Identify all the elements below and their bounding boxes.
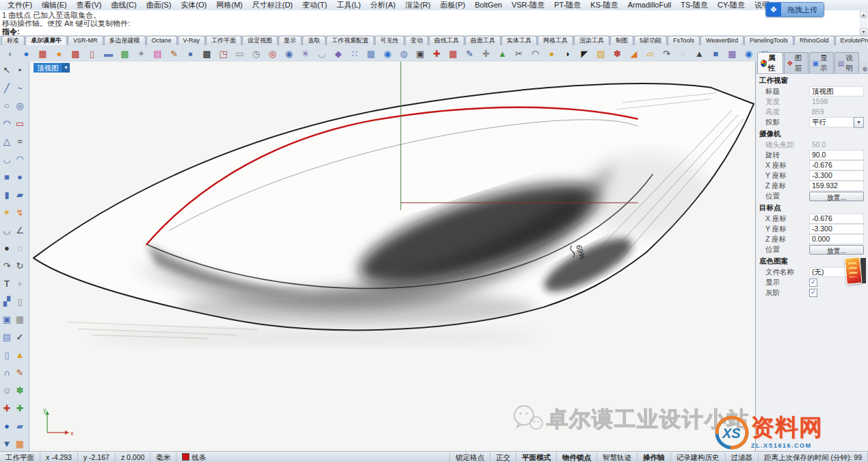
- menu-item[interactable]: 渲染(R): [400, 0, 435, 10]
- toolbar-tab[interactable]: 网格工具: [538, 36, 573, 45]
- display-mode-icon[interactable]: ◖: [2, 46, 18, 62]
- rectangle-icon[interactable]: ▭: [14, 118, 26, 129]
- checker-icon[interactable]: ▩: [68, 46, 83, 62]
- gem-icon[interactable]: ◆: [330, 46, 346, 62]
- toolbar-tab[interactable]: 显示: [278, 36, 302, 45]
- property-value[interactable]: 平行: [809, 117, 854, 127]
- parallelogram-icon[interactable]: ▱: [642, 46, 658, 62]
- cylinder-icon[interactable]: ▮: [1, 189, 13, 201]
- toolbar-tab[interactable]: 多边形建模: [104, 36, 146, 45]
- menu-item[interactable]: 分析(A): [366, 0, 401, 10]
- explode-icon[interactable]: ✶: [1, 207, 13, 218]
- menu-item[interactable]: 面板(P): [435, 0, 470, 10]
- toolbar-tab[interactable]: Octane: [146, 36, 177, 45]
- mannequin-icon[interactable]: ✦: [133, 46, 149, 62]
- hatch-icon[interactable]: ▨: [593, 46, 609, 62]
- menu-item[interactable]: BoltGen: [470, 0, 507, 10]
- green-flag-icon[interactable]: ▲: [495, 46, 510, 62]
- freeform-curve-icon[interactable]: ≈: [14, 136, 26, 147]
- property-value[interactable]: -0.676: [809, 160, 864, 170]
- property-value[interactable]: -3.300: [809, 224, 864, 234]
- globe-icon[interactable]: ●: [1, 420, 13, 432]
- toolbar-tab[interactable]: 选取: [302, 36, 326, 45]
- rotate-icon[interactable]: ↷: [1, 260, 13, 272]
- toolbar-tab[interactable]: RhinoGold: [794, 36, 834, 45]
- robot-icon[interactable]: ☺: [1, 385, 13, 396]
- command-scrollbar[interactable]: ▲ ▼: [860, 11, 867, 35]
- status-cell[interactable]: 智慧轨迹: [597, 452, 637, 462]
- panel-tab-显示[interactable]: ▣显示: [809, 52, 834, 73]
- blue-ring-icon[interactable]: ◉: [741, 46, 757, 62]
- polygon-icon[interactable]: △: [1, 136, 13, 147]
- viewport-title-label[interactable]: 顶视图: [34, 63, 62, 73]
- property-value[interactable]: -3.300: [809, 170, 864, 181]
- corner-icon[interactable]: ◤: [577, 46, 592, 62]
- toolbar-tab[interactable]: V-Ray: [178, 36, 206, 45]
- toolbar-tab[interactable]: 工作平面: [206, 36, 241, 45]
- arc-tool-icon[interactable]: ◠: [527, 46, 543, 62]
- status-cell[interactable]: 工作平面: [0, 452, 40, 462]
- status-cell[interactable]: 操作轴: [637, 452, 671, 462]
- toolbar-tab[interactable]: 曲线工具: [429, 36, 464, 45]
- notebook-icon[interactable]: ▯: [1, 349, 13, 361]
- clock-icon[interactable]: ◷: [248, 46, 264, 62]
- environment-icon[interactable]: ▩: [117, 46, 133, 62]
- points-grid-icon[interactable]: ∷: [347, 46, 363, 62]
- scroll-down-icon[interactable]: ▼: [860, 28, 867, 35]
- sphere-icon[interactable]: ●: [14, 171, 26, 183]
- scroll-up-icon[interactable]: ▲: [860, 11, 867, 18]
- render-globe-icon[interactable]: ●: [18, 46, 34, 62]
- magnet-icon[interactable]: ∩: [1, 367, 13, 378]
- panel-tab-图层[interactable]: ❖图层: [784, 52, 808, 73]
- panel-tab-属性[interactable]: 属性: [757, 52, 783, 73]
- menu-item[interactable]: 曲线(C): [106, 0, 141, 10]
- toolbar-tab[interactable]: 可见性: [375, 36, 404, 45]
- offset-icon[interactable]: ◌: [14, 242, 26, 254]
- viewport-title[interactable]: 顶视图 ▾: [34, 63, 70, 73]
- menu-item[interactable]: VSR-随意: [507, 0, 549, 10]
- extrude-icon[interactable]: ▰: [14, 189, 26, 201]
- gold-ball-icon[interactable]: ●: [544, 46, 560, 62]
- toolbar-tab[interactable]: 设定视图: [242, 36, 278, 45]
- text-icon[interactable]: T: [1, 278, 13, 290]
- menu-item[interactable]: 查看(V): [72, 0, 107, 10]
- layers-stack-icon[interactable]: ▤: [1, 331, 13, 343]
- panel-tab-说明[interactable]: ▤说明: [834, 52, 859, 73]
- toolbar-tab[interactable]: FsTools: [668, 36, 700, 45]
- pattern-icon[interactable]: ▦: [14, 438, 26, 450]
- swirl-icon[interactable]: ◉: [380, 46, 395, 62]
- command-area[interactable]: 1 曲线点 已加入至选取集合。 移动操作轴。使按 Alt 键可以复制物件: 指令…: [0, 10, 868, 37]
- fillet-icon[interactable]: ◡: [1, 224, 13, 236]
- toolbar-tab[interactable]: 标准: [1, 36, 25, 45]
- place-button[interactable]: 放置...: [809, 192, 864, 201]
- control-curve-icon[interactable]: ~: [14, 82, 26, 94]
- solid-tools-icon[interactable]: ▣: [1, 313, 13, 325]
- render-frame-icon[interactable]: ▦: [35, 46, 51, 62]
- red-cross-icon[interactable]: ✚: [429, 46, 445, 62]
- texture-grid-icon[interactable]: ▩: [199, 46, 215, 62]
- menu-item[interactable]: CY-随意: [713, 0, 750, 10]
- sketch-pen-icon[interactable]: ✎: [166, 46, 182, 62]
- toolbar-tab[interactable]: 曲面工具: [465, 36, 501, 45]
- pinwheel-icon[interactable]: ✳: [298, 46, 313, 62]
- dark-peak-icon[interactable]: ▲: [692, 46, 707, 62]
- menu-item[interactable]: KS-随意: [586, 0, 622, 10]
- checkbox[interactable]: ✓: [809, 279, 817, 287]
- property-value[interactable]: -0.676: [809, 214, 864, 224]
- mesh-grid-icon[interactable]: ▦: [363, 46, 379, 62]
- toolbar-tab[interactable]: 卓尔谟犀牛: [25, 36, 67, 45]
- menu-item[interactable]: 工具(L): [332, 0, 365, 10]
- gear-icon[interactable]: ✱: [862, 65, 868, 73]
- red-grid-icon[interactable]: ▦: [445, 46, 461, 62]
- material-ball-icon[interactable]: ●: [51, 46, 67, 62]
- ungroup-icon[interactable]: ▯: [14, 296, 26, 307]
- select-arrow-icon[interactable]: ↖: [1, 64, 13, 76]
- point-icon[interactable]: •: [14, 64, 26, 76]
- plant-icon[interactable]: ✽: [14, 385, 26, 396]
- command-prompt[interactable]: 指令:: [2, 27, 858, 36]
- toolbar-tab[interactable]: 渲染工具: [574, 36, 609, 45]
- gray-cross-icon[interactable]: ✚: [478, 46, 494, 62]
- drag-upload-button[interactable]: ❖ 拖拽上传: [765, 2, 824, 17]
- status-cell[interactable]: 平面模式: [516, 452, 557, 462]
- sphere-blue-icon[interactable]: ●: [183, 46, 198, 62]
